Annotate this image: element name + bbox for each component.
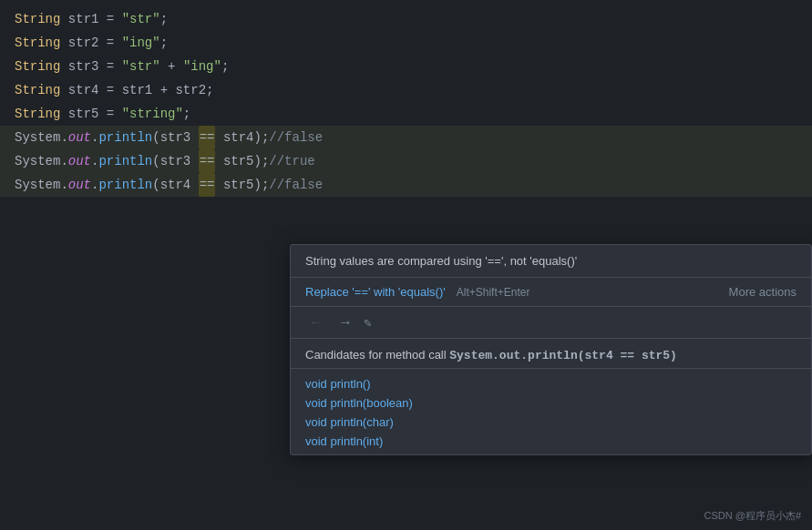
method-item-0[interactable]: void println() [291,374,811,393]
plain-text: str4 = str1 + str2; [60,78,213,102]
comment: //false [269,126,323,149]
italic-method: out [68,126,91,149]
code-line-1: String str1 = "str" ; [0,7,812,31]
type-keyword: String [15,7,60,31]
code-line-2: String str2 = "ing" ; [0,31,812,55]
plain-text: str2 = [60,31,121,55]
code-line-7: System. out . println (str3 == str5); //… [0,149,812,173]
comment: //true [269,149,314,173]
type-keyword: String [15,102,60,126]
more-actions-button[interactable]: More actions [729,285,797,299]
method-call: println [98,149,152,173]
editor-area: String str1 = "str" ; String str2 = "ing… [0,0,812,530]
method-call: println [98,173,152,197]
plain-text: System. [15,126,68,149]
popup-nav-row: ← → ✎ [291,307,811,339]
shortcut-hint: Alt+Shift+Enter [457,286,530,299]
popup-actions-row: Replace '==' with 'equals()' Alt+Shift+E… [291,278,811,307]
method-list: void println() void println(boolean) voi… [291,369,811,454]
plain-text: . [91,126,98,149]
plain-text: System. [15,173,68,197]
string-literal: "string" [122,102,183,126]
code-line-5: String str5 = "string" ; [0,102,812,126]
plain-text: ; [183,102,190,126]
method-item-3[interactable]: void println(int) [291,432,811,451]
comment: //false [269,173,323,197]
popup-candidates-section: Candidates for method call System.out.pr… [291,339,811,369]
nav-back-button[interactable]: ← [305,312,327,332]
plain-text: str4); [215,126,269,149]
plain-text: ; [160,31,168,55]
code-section: String str1 = "str" ; String str2 = "ing… [0,0,812,204]
candidates-method: System.out.println(str4 == str5) [449,349,677,362]
plain-text: + [160,55,183,78]
eq-operator: == [199,149,216,173]
plain-text: . [91,173,98,197]
string-literal: "str" [122,55,160,78]
plain-text: . [91,149,98,173]
warning-message: String values are compared using '==', n… [305,254,577,268]
method-item-2[interactable]: void println(char) [291,413,811,432]
plain-text: str5 = [60,102,121,126]
plain-text: str1 = [60,7,121,31]
edit-icon[interactable]: ✎ [364,315,371,331]
code-line-3: String str3 = "str" + "ing" ; [0,55,812,78]
type-keyword: String [15,55,60,78]
string-literal: "str" [122,7,160,31]
italic-method: out [68,149,91,173]
eq-operator: == [199,126,216,149]
candidates-label: Candidates for method call [305,348,449,362]
plain-text: str3 = [60,55,121,78]
method-item-1[interactable]: void println(boolean) [291,393,811,413]
code-line-8: System. out . println (str4 == str5); //… [0,173,812,197]
plain-text: str5); [215,149,269,173]
plain-text: (str3 [152,149,198,173]
nav-forward-button[interactable]: → [334,312,356,332]
string-literal: "ing" [183,55,221,78]
watermark: CSDN @程序员小杰# [704,509,801,523]
code-line-6: System. out . println (str3 == str4); //… [0,126,812,149]
type-keyword: String [15,78,60,102]
plain-text: System. [15,149,68,173]
plain-text: ; [160,7,168,31]
method-call: println [98,126,152,149]
plain-text: ; [221,55,229,78]
plain-text: (str3 [152,126,198,149]
popup-warning-text: String values are compared using '==', n… [291,245,811,278]
plain-text: str5); [215,173,269,197]
type-keyword: String [15,31,60,55]
string-literal: "ing" [122,31,160,55]
replace-action-link[interactable]: Replace '==' with 'equals()' [305,285,446,299]
inspection-popup: String values are compared using '==', n… [290,244,812,455]
eq-operator: == [199,173,216,197]
plain-text: (str4 [152,173,198,197]
italic-method: out [68,173,91,197]
watermark-text: CSDN @程序员小杰# [704,510,801,521]
code-line-4: String str4 = str1 + str2; [0,78,812,102]
